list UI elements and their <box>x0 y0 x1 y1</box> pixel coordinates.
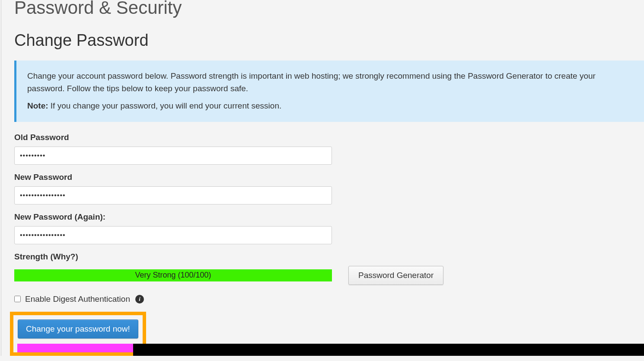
old-password-input[interactable] <box>14 147 332 165</box>
strength-label[interactable]: Strength (Why?) <box>14 252 631 262</box>
note-label: Note: <box>27 101 48 110</box>
page-title: Password & Security <box>14 0 631 18</box>
highlight-bar <box>17 344 134 352</box>
new-password-label: New Password <box>14 173 631 182</box>
info-icon[interactable]: i <box>135 295 144 303</box>
info-box: Change your account password below. Pass… <box>14 61 644 122</box>
digest-auth-label: Enable Digest Authentication <box>25 294 130 304</box>
confirm-password-input[interactable] <box>14 226 332 244</box>
old-password-label: Old Password <box>14 133 631 142</box>
footer-bar <box>133 344 644 356</box>
highlight-annotation: Change your password now! <box>10 312 146 356</box>
digest-auth-checkbox[interactable] <box>14 296 21 302</box>
password-generator-button[interactable]: Password Generator <box>348 266 443 285</box>
confirm-password-label: New Password (Again): <box>14 212 631 222</box>
strength-meter: Very Strong (100/100) <box>14 269 332 281</box>
new-password-input[interactable] <box>14 186 332 204</box>
note-text: If you change your password, you will en… <box>48 101 282 110</box>
info-paragraph-1: Change your account password below. Pass… <box>27 70 633 95</box>
change-password-button[interactable]: Change your password now! <box>18 319 138 339</box>
info-paragraph-note: Note: If you change your password, you w… <box>27 100 633 112</box>
section-title: Change Password <box>14 31 631 50</box>
